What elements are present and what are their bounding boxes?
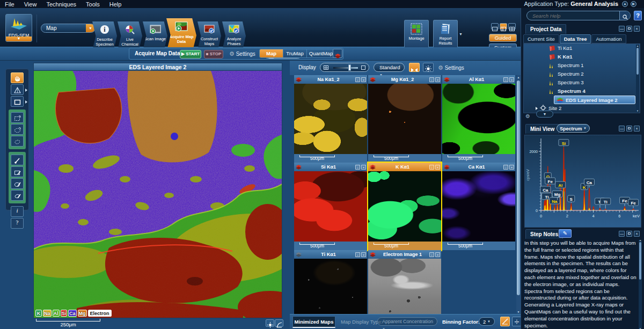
close-panel-button[interactable]: × (634, 126, 640, 131)
menu-techniques[interactable]: Techniques (41, 1, 81, 8)
spectrum-freehand-button[interactable] (11, 190, 24, 201)
legend-chip-si[interactable]: Si (61, 310, 68, 317)
legend-chip-na[interactable]: Na (43, 310, 52, 317)
tile-close-button[interactable]: × (509, 77, 514, 82)
al-map-image[interactable] (442, 84, 515, 154)
mix-colors-button[interactable] (409, 63, 420, 72)
layered-maps-toggle[interactable] (333, 49, 342, 58)
mini-view-selector-dropdown[interactable]: Spectrum ▼ (557, 124, 590, 133)
na-map-image[interactable] (294, 84, 367, 154)
tab-current-site[interactable]: Current Site (523, 34, 559, 43)
image-histogram-button[interactable] (275, 319, 283, 327)
filter-gear-icon[interactable]: ⚙ (525, 113, 530, 119)
report-results-dropdown[interactable]: ▼ (459, 32, 463, 36)
scrollbar-thumb[interactable] (517, 81, 520, 295)
tree-item-eds-layered-image-selected[interactable]: EDS Layered Image 2 (554, 96, 635, 104)
step-construct-maps[interactable]: Construct Maps (197, 21, 221, 50)
scroll-down-icon[interactable]: ▼ (517, 310, 520, 313)
k-map-image[interactable] (368, 171, 441, 242)
pan-tool-button[interactable] (11, 72, 24, 83)
map-tile-k-selected[interactable]: K Kα1↓× 500μm (368, 163, 441, 250)
tile-close-button[interactable]: × (361, 252, 366, 257)
tile-close-button[interactable]: × (435, 252, 440, 257)
tab-map[interactable]: Map (260, 49, 283, 57)
linear-lut-button[interactable] (500, 317, 510, 326)
mg-map-image[interactable] (368, 84, 441, 154)
tile-minimize-button[interactable]: ↓ (429, 77, 434, 82)
map-tile-si[interactable]: Si Kα1↓× 500μm (294, 163, 367, 250)
tile-minimize-button[interactable]: ↓ (429, 252, 434, 257)
tile-close-button[interactable]: × (509, 165, 514, 170)
layers-icon[interactable] (296, 75, 302, 84)
tree-item-k-map[interactable]: K Kα1 (524, 53, 640, 61)
maps-grid-scrollbar[interactable]: ▲ ▼ (516, 75, 521, 314)
ti-map-image[interactable] (294, 259, 367, 314)
legend-chip-mg[interactable]: Mg (78, 310, 87, 317)
layout-split-button[interactable] (500, 23, 507, 30)
region-freehand-button[interactable] (11, 136, 24, 147)
tree-filter-dropdown[interactable]: ▼ (536, 111, 553, 118)
step-scan-image[interactable]: Scan Image (143, 21, 167, 50)
region-rectangle-button[interactable] (11, 112, 24, 123)
close-panel-button[interactable]: × (634, 231, 640, 237)
maximize-panel-button[interactable] (626, 231, 632, 237)
tile-close-button[interactable]: × (435, 77, 440, 82)
tree-item-spectrum-1[interactable]: Spectrum 1 (524, 61, 640, 70)
notes-scrollbar[interactable]: ▲▼ (639, 240, 642, 329)
ca-map-image[interactable] (442, 171, 515, 242)
search-button[interactable] (619, 11, 630, 20)
minimized-maps-tab[interactable]: Minimized Maps (292, 316, 335, 328)
acquire-settings-button[interactable]: ⚙ Settings (229, 50, 255, 57)
display-size-slider[interactable] (320, 63, 369, 72)
si-map-image[interactable] (294, 171, 367, 242)
tree-item-ti-map[interactable]: Ti Kα1 (524, 44, 640, 53)
legend-chip-al[interactable]: Al (53, 310, 60, 317)
next-step-button[interactable]: ▶ (631, 1, 636, 7)
electron-image[interactable] (368, 259, 441, 314)
info-button[interactable]: i (11, 206, 24, 217)
scrollbar-thumb[interactable] (639, 242, 641, 280)
tab-data-tree[interactable]: Data Tree (560, 34, 591, 43)
map-display-type-dropdown[interactable]: Apparent Concentration ▼ (377, 317, 437, 326)
technique-selector-eds-sem[interactable]: EDS-SEM ▼ (5, 14, 32, 42)
layered-image-viewport[interactable]: K Na Al Si Ca Mg Electron (33, 70, 282, 318)
map-tile-mg[interactable]: Mg Kα1_2↓× 500μm (368, 75, 441, 163)
help-tool-button[interactable]: ? (11, 218, 24, 229)
start-button[interactable]: ▶ START (180, 50, 201, 59)
tab-automation[interactable]: Automation (591, 34, 626, 43)
tile-minimize-button[interactable]: ↓ (503, 77, 508, 82)
layers-icon[interactable] (370, 75, 376, 84)
search-input[interactable] (532, 12, 613, 19)
search-help-box[interactable] (526, 11, 631, 20)
image-brightness-button[interactable] (266, 319, 274, 327)
tree-item-spectrum-4[interactable]: Spectrum 4 (524, 87, 640, 96)
tile-minimize-button[interactable]: ↓ (355, 165, 360, 170)
expand-arrow-icon[interactable] (536, 107, 538, 110)
layers-icon[interactable] (296, 250, 302, 259)
tile-minimize-button[interactable]: ↓ (429, 165, 434, 170)
region-ellipse-button[interactable] (11, 124, 24, 135)
layout-grid-button[interactable] (508, 23, 516, 30)
collapse-ribbon-button[interactable]: ▲ (622, 1, 628, 7)
spectrum-rectangle-button[interactable] (11, 166, 24, 177)
tile-minimize-button[interactable]: ↓ (355, 77, 360, 82)
map-tile-na[interactable]: Na Kα1_2↓× 500μm (294, 75, 367, 163)
close-panel-button[interactable]: × (634, 26, 640, 32)
tree-item-spectrum-3[interactable]: Spectrum 3 (524, 78, 640, 87)
help-button[interactable]: ? (634, 11, 642, 20)
brightness-button[interactable] (423, 63, 434, 72)
menu-help[interactable]: Help (105, 1, 127, 8)
tile-close-button[interactable]: × (435, 165, 440, 170)
minimize-panel-button[interactable]: — (619, 231, 625, 237)
stop-button[interactable]: ■ STOP (204, 50, 223, 59)
step-analyze-phases[interactable]: Analyze Phases (222, 21, 246, 50)
scrollbar-thumb[interactable] (636, 48, 639, 75)
map-tile-al[interactable]: Al Kα1↓× 500μm (442, 75, 515, 163)
minimize-panel-button[interactable]: — (619, 126, 625, 131)
scroll-up-icon[interactable]: ▲ (517, 76, 520, 79)
menu-file[interactable]: File (0, 1, 19, 8)
menu-view[interactable]: View (19, 1, 42, 8)
legend-chip-k[interactable]: K (35, 310, 42, 317)
layers-icon[interactable] (444, 75, 450, 84)
map-tile-electron[interactable]: Electron Image 1↓× (368, 250, 441, 314)
